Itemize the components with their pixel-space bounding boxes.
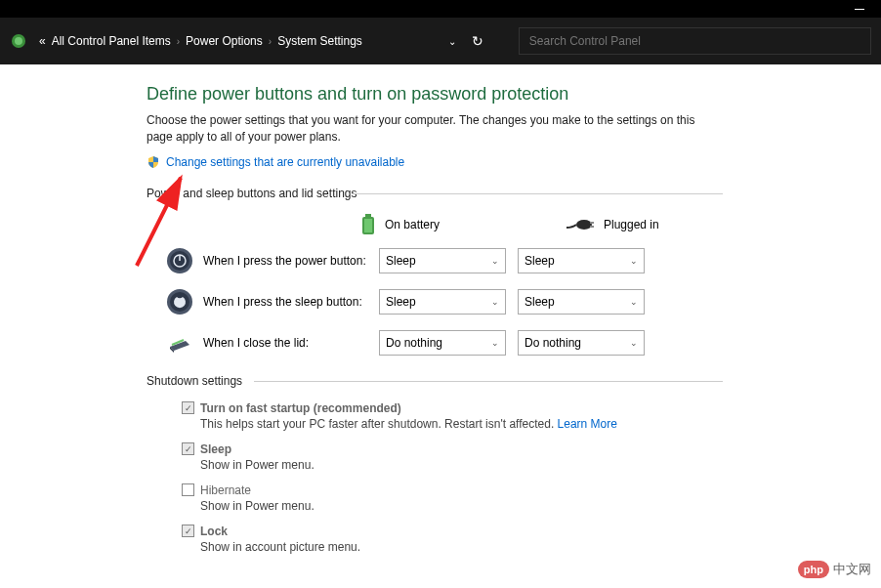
sleep-button-icon xyxy=(166,288,193,315)
watermark: php 中文网 xyxy=(798,561,871,578)
svg-point-5 xyxy=(576,220,592,230)
chevron-down-icon: ⌄ xyxy=(491,256,499,266)
change-settings-text: Change settings that are currently unava… xyxy=(166,155,404,169)
page-description: Choose the power settings that you want … xyxy=(147,112,703,146)
svg-rect-7 xyxy=(590,226,594,228)
close-lid-battery-dropdown[interactable]: Do nothing ⌄ xyxy=(379,330,506,356)
chevron-down-icon: ⌄ xyxy=(630,256,638,266)
shield-icon xyxy=(147,155,160,169)
sleep-button-row: When I press the sleep button: Sleep ⌄ S… xyxy=(147,288,723,315)
battery-icon xyxy=(361,214,375,235)
chevron-right-icon: › xyxy=(177,36,180,47)
breadcrumb: « All Control Panel Items › Power Option… xyxy=(39,34,362,48)
close-lid-label: When I close the lid: xyxy=(203,336,379,350)
refresh-button[interactable]: ↻ xyxy=(464,33,491,49)
svg-rect-4 xyxy=(364,219,372,232)
php-badge: php xyxy=(798,561,829,578)
chevron-down-icon: ⌄ xyxy=(630,297,638,307)
sleep-label: Sleep xyxy=(200,442,231,456)
search-container xyxy=(519,27,871,55)
control-panel-icon xyxy=(10,32,27,50)
section-header-shutdown: Shutdown settings xyxy=(147,370,723,392)
learn-more-link[interactable]: Learn More xyxy=(558,417,617,431)
power-button-battery-dropdown[interactable]: Sleep ⌄ xyxy=(379,248,506,273)
minimize-button[interactable] xyxy=(837,0,881,18)
watermark-text: 中文网 xyxy=(833,561,871,578)
close-lid-plugged-dropdown[interactable]: Do nothing ⌄ xyxy=(518,330,645,356)
fast-startup-row: Turn on fast startup (recommended) This … xyxy=(182,401,723,431)
sleep-button-battery-dropdown[interactable]: Sleep ⌄ xyxy=(379,289,506,315)
hibernate-row: Hibernate Show in Power menu. xyxy=(182,483,723,513)
address-bar: « All Control Panel Items › Power Option… xyxy=(0,18,881,64)
chevron-down-icon: ⌄ xyxy=(491,297,499,307)
power-button-icon xyxy=(166,247,193,274)
hibernate-checkbox[interactable] xyxy=(182,483,194,496)
lock-checkbox[interactable] xyxy=(182,525,194,537)
power-button-plugged-dropdown[interactable]: Sleep ⌄ xyxy=(518,248,645,273)
fast-startup-label: Turn on fast startup (recommended) xyxy=(200,401,401,415)
change-settings-link[interactable]: Change settings that are currently unava… xyxy=(147,155,723,169)
window-titlebar xyxy=(0,0,881,18)
svg-rect-2 xyxy=(365,214,371,217)
on-battery-header: On battery xyxy=(361,214,498,235)
breadcrumb-item-all[interactable]: All Control Panel Items xyxy=(52,34,171,48)
svg-rect-6 xyxy=(590,222,594,224)
section-header-buttons: Power and sleep buttons and lid settings xyxy=(147,183,723,204)
plugged-in-header: Plugged in xyxy=(566,218,703,231)
sleep-checkbox[interactable] xyxy=(182,442,194,455)
close-lid-row: When I close the lid: Do nothing ⌄ Do no… xyxy=(147,329,723,357)
sleep-button-label: When I press the sleep button: xyxy=(203,295,379,309)
page-title: Define power buttons and turn on passwor… xyxy=(147,84,723,105)
shutdown-settings: Turn on fast startup (recommended) This … xyxy=(147,401,723,554)
breadcrumb-item-system[interactable]: System Settings xyxy=(277,34,362,48)
power-button-row: When I press the power button: Sleep ⌄ S… xyxy=(147,247,723,274)
sleep-row: Sleep Show in Power menu. xyxy=(182,442,723,472)
power-button-label: When I press the power button: xyxy=(203,254,379,268)
breadcrumb-prefix[interactable]: « xyxy=(39,34,46,48)
lock-label: Lock xyxy=(200,525,228,538)
chevron-right-icon: › xyxy=(269,36,272,47)
lock-row: Lock Show in account picture menu. xyxy=(182,525,723,554)
column-headers: On battery Plugged in xyxy=(361,214,723,235)
chevron-down-icon[interactable]: ⌄ xyxy=(448,36,456,47)
chevron-down-icon: ⌄ xyxy=(491,338,499,348)
fast-startup-checkbox[interactable] xyxy=(182,401,194,414)
search-input[interactable] xyxy=(519,27,871,55)
breadcrumb-item-power[interactable]: Power Options xyxy=(186,34,263,48)
hibernate-label: Hibernate xyxy=(200,483,251,497)
sleep-button-plugged-dropdown[interactable]: Sleep ⌄ xyxy=(518,289,645,315)
svg-point-1 xyxy=(15,37,22,45)
laptop-lid-icon xyxy=(166,329,193,357)
main-content: Define power buttons and turn on passwor… xyxy=(0,64,723,554)
chevron-down-icon: ⌄ xyxy=(630,338,638,348)
plug-icon xyxy=(566,218,594,231)
